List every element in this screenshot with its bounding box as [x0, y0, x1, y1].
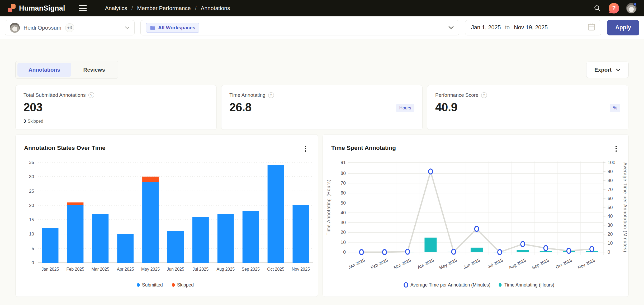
legend-label: Submitted	[142, 282, 163, 288]
left-y-tick: 0	[343, 249, 346, 255]
bar-submitted	[192, 217, 209, 263]
bar-submitted	[92, 214, 108, 263]
x-tick: Oct 2025	[555, 258, 573, 270]
right-y-tick: 70	[608, 187, 613, 192]
apply-button[interactable]: Apply	[607, 20, 639, 35]
x-tick: Mar 2025	[393, 258, 412, 270]
left-y-tick: 70	[341, 181, 346, 186]
x-tick: May 2025	[438, 258, 458, 270]
kebab-menu-icon[interactable]	[612, 144, 621, 153]
tab-group: Annotations Reviews	[15, 61, 118, 79]
right-y-tick: 100	[608, 160, 615, 165]
x-tick: Apr 2025	[117, 267, 134, 271]
x-tick: Nov 2025	[577, 258, 596, 270]
breadcrumb-member-performance[interactable]: Member Performance	[137, 5, 191, 11]
y-tick: 10	[29, 232, 34, 237]
line-marker	[590, 247, 594, 252]
left-y-tick: 20	[341, 230, 346, 235]
chart-card-time-spent: Time Spent Annotating 010203040506070809…	[323, 134, 629, 297]
right-y-tick: 10	[608, 241, 613, 246]
line-marker	[406, 249, 410, 254]
help-circle-icon[interactable]: ?	[481, 92, 487, 98]
export-button[interactable]: Export	[586, 62, 629, 78]
x-tick: Sep 2025	[531, 258, 550, 270]
left-y-tick: 50	[341, 200, 346, 206]
x-tick-group: Jul 2025	[487, 258, 504, 269]
left-y-tick: 10	[341, 240, 346, 245]
legend-label: Time Annotating (Hours)	[504, 282, 554, 288]
member-avatar	[10, 23, 20, 33]
user-avatar[interactable]	[626, 3, 637, 13]
legend-marker-line	[404, 283, 408, 287]
member-selector[interactable]: Heidi Opossum +3	[5, 20, 135, 35]
metric-title: Performance Score	[435, 92, 479, 98]
help-circle-icon[interactable]: ?	[268, 92, 274, 98]
bar-submitted	[268, 165, 284, 263]
skipped-label: Skipped	[27, 119, 43, 123]
date-range-picker[interactable]: Jan 1, 2025 to Nov 19, 2025	[465, 20, 601, 35]
x-tick: May 2025	[141, 267, 160, 271]
right-y-tick: 20	[608, 232, 613, 237]
x-tick: Feb 2025	[370, 258, 389, 270]
bar-submitted	[142, 182, 159, 263]
line-marker	[498, 250, 502, 255]
workspace-chip[interactable]: All Workspaces	[146, 23, 199, 33]
bar-submitted	[293, 205, 309, 263]
y-tick: 0	[32, 260, 34, 265]
x-tick-group: Aug 2025	[508, 258, 527, 270]
tab-annotations[interactable]: Annotations	[17, 63, 71, 77]
nav-divider	[97, 0, 97, 16]
chart-title: Annotation States Over Time	[24, 145, 105, 151]
bar-hours	[424, 238, 437, 252]
extra-members-badge: +3	[65, 23, 74, 32]
folder-icon	[150, 25, 155, 30]
right-y-tick: 40	[608, 214, 613, 219]
y-tick: 5	[32, 246, 34, 251]
x-tick: Aug 2025	[217, 267, 235, 271]
x-tick: Apr 2025	[417, 258, 435, 270]
legend-label: Average Time per Annotation (Minutes)	[410, 282, 490, 288]
breadcrumb-annotations[interactable]: Annotations	[201, 5, 230, 11]
workspace-selector[interactable]: All Workspaces	[140, 20, 459, 35]
x-tick: Jul 2025	[193, 267, 209, 271]
line-marker	[567, 248, 571, 253]
kebab-menu-icon[interactable]	[301, 144, 310, 153]
metric-card-time-annotating: Time Annotating ? 26.8 Hours	[221, 85, 423, 130]
chevron-down-icon	[125, 25, 130, 30]
metric-value: 26.8	[229, 101, 414, 114]
metric-footer: 3Skipped	[23, 119, 43, 124]
x-tick-group: Nov 2025	[577, 258, 596, 270]
x-tick: Aug 2025	[508, 258, 527, 270]
bar-hours	[540, 251, 552, 252]
y-tick: 25	[29, 189, 34, 194]
bar-submitted	[42, 228, 58, 263]
breadcrumb-separator: /	[195, 5, 197, 11]
help-icon[interactable]: ?	[609, 3, 619, 13]
right-y-tick: 50	[608, 205, 613, 210]
main-content: Annotations Reviews Export Total Submitt…	[0, 61, 644, 297]
help-circle-icon[interactable]: ?	[88, 92, 94, 98]
bar-submitted	[243, 211, 259, 263]
breadcrumb-analytics[interactable]: Analytics	[105, 5, 127, 11]
filter-bar: Heidi Opossum +3 All Workspaces Jan 1, 2…	[0, 16, 644, 39]
x-tick: Mar 2025	[91, 267, 109, 271]
brand-logo[interactable]: HumanSignal	[7, 4, 65, 12]
y-tick: 35	[29, 160, 34, 165]
tab-reviews[interactable]: Reviews	[72, 63, 116, 77]
metric-title: Total Submitted Annotations	[23, 92, 86, 98]
hamburger-menu-icon[interactable]	[79, 3, 89, 13]
line-marker	[382, 250, 386, 255]
humansignal-logo-icon	[7, 4, 16, 12]
legend-marker-bar	[499, 283, 502, 287]
line-marker	[452, 249, 456, 254]
line-marker	[429, 169, 433, 174]
calendar-icon	[588, 23, 595, 33]
search-icon[interactable]	[593, 4, 602, 13]
chevron-down-icon	[616, 68, 621, 71]
bar-submitted	[217, 214, 234, 263]
legend-marker	[137, 283, 140, 287]
y-tick: 15	[29, 217, 34, 222]
unit-badge: Hours	[396, 104, 414, 112]
left-y-tick: 91	[341, 160, 346, 165]
top-navigation: HumanSignal Analytics / Member Performan…	[0, 0, 644, 16]
